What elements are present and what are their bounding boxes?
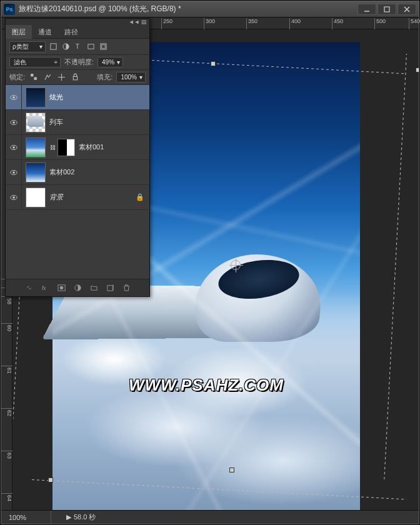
layer-thumbnail[interactable] xyxy=(26,112,46,132)
lock-all-icon[interactable] xyxy=(70,72,80,82)
layers-panel[interactable]: ◄◄ ▤ 图层 通道 路径 ρ 类型▾ T 滤色÷ 不透明度: 49%▾ 锁定:… xyxy=(5,18,150,297)
tab-layers[interactable]: 图层 xyxy=(6,25,32,39)
svg-point-13 xyxy=(12,121,15,124)
close-button[interactable] xyxy=(398,4,416,15)
layer-mask-thumbnail[interactable] xyxy=(58,139,75,156)
svg-rect-8 xyxy=(34,78,36,80)
filter-smart-icon[interactable] xyxy=(98,42,108,52)
panel-collapse-bar[interactable]: ◄◄ ▤ xyxy=(6,19,149,25)
transform-handle[interactable] xyxy=(416,68,419,72)
layer-row[interactable]: ⛓ 素材001 xyxy=(6,135,149,160)
svg-rect-1 xyxy=(50,44,56,49)
layer-filter-type[interactable]: ρ 类型▾ xyxy=(9,41,46,52)
filter-pixel-icon[interactable] xyxy=(48,42,58,52)
svg-point-22 xyxy=(59,286,63,290)
layer-row[interactable]: 素材002 xyxy=(6,160,149,185)
svg-rect-4 xyxy=(88,44,93,49)
svg-point-19 xyxy=(12,196,15,199)
add-mask-icon[interactable] xyxy=(56,283,66,293)
svg-rect-6 xyxy=(101,45,105,49)
minimize-button[interactable] xyxy=(358,4,376,15)
title-bar: Ps 旅程边缘20140610.psd @ 100% (炫光, RGB/8) * xyxy=(1,1,419,18)
lock-icon: 🔒 xyxy=(136,193,144,201)
svg-point-17 xyxy=(12,171,15,174)
layer-row[interactable]: 列车 xyxy=(6,110,149,135)
lock-label: 锁定: xyxy=(9,72,25,82)
link-icon: ⛓ xyxy=(49,139,56,156)
opacity-label: 不透明度: xyxy=(64,58,94,67)
visibility-toggle[interactable] xyxy=(6,110,22,135)
lock-pixels-icon[interactable] xyxy=(42,72,52,82)
layer-row[interactable]: 背景 🔒 xyxy=(6,185,149,210)
fill-label: 填充: xyxy=(97,72,112,82)
layer-name[interactable]: 列车 xyxy=(49,118,144,127)
layer-panel-footer: fx xyxy=(6,279,149,296)
new-layer-icon[interactable] xyxy=(105,283,115,293)
filter-shape-icon[interactable] xyxy=(86,42,96,52)
layer-thumbnail[interactable] xyxy=(26,88,46,108)
link-layers-icon[interactable] xyxy=(24,283,34,293)
lock-position-icon[interactable] xyxy=(56,72,66,82)
svg-rect-7 xyxy=(31,74,33,76)
fill-input[interactable]: 100%▾ xyxy=(116,72,146,82)
layer-thumbnail[interactable] xyxy=(26,162,46,182)
layer-name[interactable]: 背景 xyxy=(49,192,136,202)
svg-text:T: T xyxy=(75,43,79,50)
adjustment-layer-icon[interactable] xyxy=(72,283,82,293)
tab-paths[interactable]: 路径 xyxy=(58,25,84,39)
layer-name[interactable]: 炫光 xyxy=(49,92,144,102)
blend-mode-select[interactable]: 滤色÷ xyxy=(9,57,61,68)
layer-row[interactable]: 炫光 xyxy=(6,85,149,110)
svg-rect-9 xyxy=(73,76,78,79)
svg-text:fx: fx xyxy=(41,285,46,291)
filter-type-icon[interactable]: T xyxy=(73,42,83,52)
layer-name[interactable]: 素材002 xyxy=(49,168,144,177)
watermark-text: WWW.PSAHZ.COM xyxy=(129,376,284,395)
app-icon: Ps xyxy=(4,4,15,15)
layer-thumbnail[interactable] xyxy=(26,138,46,158)
layers-list: 炫光 列车 ⛓ 素材001 素材002 背景 🔒 xyxy=(6,85,149,210)
status-bar: 100% ▶58.0 秒 xyxy=(1,510,419,524)
document-title: 旅程边缘20140610.psd @ 100% (炫光, RGB/8) * xyxy=(19,4,356,14)
svg-rect-0 xyxy=(384,7,389,12)
layer-name[interactable]: 素材001 xyxy=(79,142,144,152)
filter-adjust-icon[interactable] xyxy=(61,42,71,52)
maximize-button[interactable] xyxy=(378,4,396,15)
delete-layer-icon[interactable] xyxy=(121,283,131,293)
svg-point-11 xyxy=(12,96,15,99)
visibility-toggle[interactable] xyxy=(6,185,22,210)
group-icon[interactable] xyxy=(89,283,99,293)
visibility-toggle[interactable] xyxy=(6,85,22,110)
lock-transparency-icon[interactable] xyxy=(29,72,39,82)
svg-point-15 xyxy=(12,146,15,149)
tab-channels[interactable]: 通道 xyxy=(32,25,58,39)
layer-fx-icon[interactable]: fx xyxy=(40,283,50,293)
status-time: ▶58.0 秒 xyxy=(51,512,96,522)
svg-rect-24 xyxy=(107,286,112,291)
zoom-level[interactable]: 100% xyxy=(1,511,51,524)
opacity-input[interactable]: 49%▾ xyxy=(98,57,123,68)
visibility-toggle[interactable] xyxy=(6,160,22,185)
layer-thumbnail[interactable] xyxy=(26,188,46,208)
visibility-toggle[interactable] xyxy=(6,135,22,160)
